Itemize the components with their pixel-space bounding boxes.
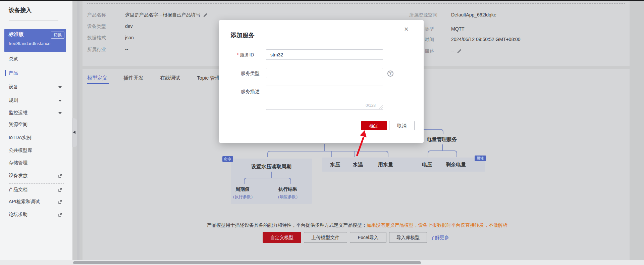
protocol-type-label: 类型 bbox=[425, 26, 434, 32]
edit-icon[interactable] bbox=[203, 12, 208, 18]
tab-model-definition[interactable]: 模型定义 bbox=[87, 75, 107, 81]
description-normal: 产品模型用于描述设备具备的能力和特性，平台提供多种方式定义产品模型； bbox=[207, 222, 367, 228]
external-link-icon bbox=[58, 188, 62, 192]
property-voltage: 电压 bbox=[422, 162, 432, 168]
sidebar-scroll-rail[interactable] bbox=[77, 1, 79, 260]
sidebar-item-label: 规则 bbox=[9, 97, 18, 103]
model-description-text: 产品模型用于描述设备具备的能力和特性，平台提供多种方式定义产品模型；如果没有定义… bbox=[207, 222, 507, 228]
sidebar-item-storage-management[interactable]: 存储管理 bbox=[9, 160, 69, 167]
description-text: -- bbox=[451, 48, 454, 53]
description-highlight: 如果没有定义产品模型，设备上报数据时平台仅直接转发，不做解析 bbox=[367, 222, 507, 228]
sidebar-item-label: API检索和调试 bbox=[9, 199, 40, 204]
resize-handle-icon[interactable] bbox=[379, 105, 383, 108]
sidebar-item-label: 论坛求助 bbox=[9, 212, 28, 217]
instance-edition: 标准版 bbox=[9, 31, 24, 38]
service-id-label: *服务ID bbox=[237, 52, 254, 58]
collapse-arrow-icon bbox=[73, 131, 75, 134]
sidebar-collapse-handle[interactable] bbox=[72, 118, 77, 147]
sidebar-title: 设备接入 bbox=[9, 6, 32, 14]
sidebar-item-api-explorer[interactable]: API检索和调试 bbox=[9, 199, 69, 206]
param-period-value: 周期值 bbox=[235, 186, 250, 192]
command-badge: 命令 bbox=[222, 156, 233, 162]
service-type-label: 服务类型 bbox=[241, 71, 260, 77]
connector-stem bbox=[442, 144, 443, 150]
upload-model-file-button[interactable]: 上传模型文件 bbox=[304, 232, 347, 243]
service-type-input[interactable] bbox=[266, 68, 383, 78]
sidebar-divider bbox=[9, 20, 58, 21]
description-label: 描述 bbox=[425, 48, 434, 54]
param-exec-result-sub: （响应参数） bbox=[276, 194, 300, 200]
property-water-usage: 用水量 bbox=[378, 162, 393, 168]
cancel-button[interactable]: 取消 bbox=[389, 121, 415, 130]
instance-card[interactable]: 标准版 切换 freeStandardInstance bbox=[4, 29, 66, 52]
sidebar-item-product-docs[interactable]: 产品文档 bbox=[9, 187, 69, 194]
device-type-label: 设备类型 bbox=[87, 24, 106, 30]
sidebar-item-forum-help[interactable]: 论坛求助 bbox=[9, 212, 69, 219]
tab-topic-management[interactable]: Topic 管理 bbox=[197, 75, 220, 81]
card-dashed-top-border bbox=[87, 3, 625, 4]
required-asterisk: * bbox=[237, 52, 238, 57]
description-value: -- bbox=[451, 48, 462, 54]
service-id-input[interactable] bbox=[266, 49, 383, 60]
product-name-value: 这里是产品名字---根据自己产品填写 bbox=[125, 12, 208, 18]
external-link-icon bbox=[58, 213, 62, 217]
created-time-label: 时间 bbox=[425, 37, 434, 43]
instance-switch-button[interactable]: 切换 bbox=[51, 32, 64, 39]
sidebar-item-label: 设备发放 bbox=[9, 173, 28, 178]
sidebar-item-label: 监控运维 bbox=[9, 110, 28, 115]
power-service-node: 电量管理服务 bbox=[427, 136, 457, 143]
sidebar-item-monitoring[interactable]: 监控运维 bbox=[9, 110, 69, 117]
property-water-pressure: 水压 bbox=[330, 162, 340, 168]
connector-brace-water bbox=[267, 151, 388, 157]
annotation-arrow bbox=[352, 130, 370, 157]
sidebar-item-label: 设备 bbox=[9, 84, 18, 89]
connector-stem bbox=[271, 172, 272, 178]
edit-icon[interactable] bbox=[457, 48, 462, 54]
data-format-value: json bbox=[125, 35, 134, 40]
sidebar-item-device-provisioning[interactable]: 设备发放 bbox=[9, 173, 69, 180]
resource-space-label: 所属资源空间 bbox=[409, 12, 437, 18]
sidebar-item-products[interactable]: 产品 bbox=[9, 70, 69, 78]
custom-model-button[interactable]: 自定义模型 bbox=[263, 232, 301, 243]
resource-space-value: DefaultApp_662fdqke bbox=[451, 12, 496, 17]
import-library-model-button[interactable]: 导入库模型 bbox=[389, 232, 427, 243]
excel-import-button[interactable]: Excel导入 bbox=[350, 232, 386, 243]
attribute-badge: 属性 bbox=[475, 156, 486, 161]
sidebar-item-resource-spaces[interactable]: 资源空间 bbox=[9, 122, 69, 129]
connector-stem bbox=[324, 144, 325, 151]
sidebar-item-devices[interactable]: 设备 bbox=[9, 84, 69, 91]
close-icon[interactable]: × bbox=[404, 26, 409, 33]
sidebar-item-iotda-instances[interactable]: IoTDA实例 bbox=[9, 135, 69, 142]
sidebar-item-overview[interactable]: 总览 bbox=[9, 56, 69, 63]
instance-name: freeStandardInstance bbox=[9, 41, 50, 46]
connector-brace-power bbox=[428, 150, 457, 157]
device-type-value: dev bbox=[125, 24, 133, 29]
confirm-button[interactable]: 确定 bbox=[361, 121, 387, 130]
dialog-title: 添加服务 bbox=[230, 31, 255, 39]
data-format-label: 数据格式 bbox=[87, 35, 106, 41]
sidebar-item-label: 产品文档 bbox=[9, 187, 28, 192]
sidebar-active-indicator bbox=[5, 70, 6, 76]
property-remaining-power: 剩余电量 bbox=[446, 162, 466, 168]
param-period-sub: （执行参数） bbox=[231, 194, 255, 200]
external-link-icon bbox=[58, 174, 62, 178]
service-id-label-text: 服务ID bbox=[240, 52, 254, 57]
chevron-down-icon bbox=[58, 86, 62, 88]
product-name-label: 产品名称 bbox=[87, 12, 106, 18]
created-time-value: 2024/06/12 09:50:52 GMT+08:00 bbox=[451, 37, 521, 42]
param-exec-result: 执行结果 bbox=[278, 186, 297, 192]
active-tab-underline bbox=[87, 83, 109, 84]
help-icon[interactable]: ? bbox=[387, 71, 393, 77]
sidebar-item-rules[interactable]: 规则 bbox=[9, 97, 69, 105]
command-service-title: 设置水压读取周期 bbox=[231, 164, 312, 170]
horizontal-scrollbar-thumb[interactable] bbox=[73, 261, 421, 264]
connector-root-to-power bbox=[424, 129, 443, 134]
industry-value: -- bbox=[125, 47, 128, 52]
tab-online-debugging[interactable]: 在线调试 bbox=[160, 75, 180, 81]
external-link-icon bbox=[58, 200, 62, 204]
sidebar-item-public-model-library[interactable]: 公共模型库 bbox=[9, 147, 69, 155]
tab-plugin-development[interactable]: 插件开发 bbox=[123, 75, 144, 81]
learn-more-link[interactable]: 了解更多 bbox=[430, 232, 449, 243]
connector-brace-params bbox=[244, 178, 291, 184]
industry-label: 所属行业 bbox=[87, 47, 106, 53]
